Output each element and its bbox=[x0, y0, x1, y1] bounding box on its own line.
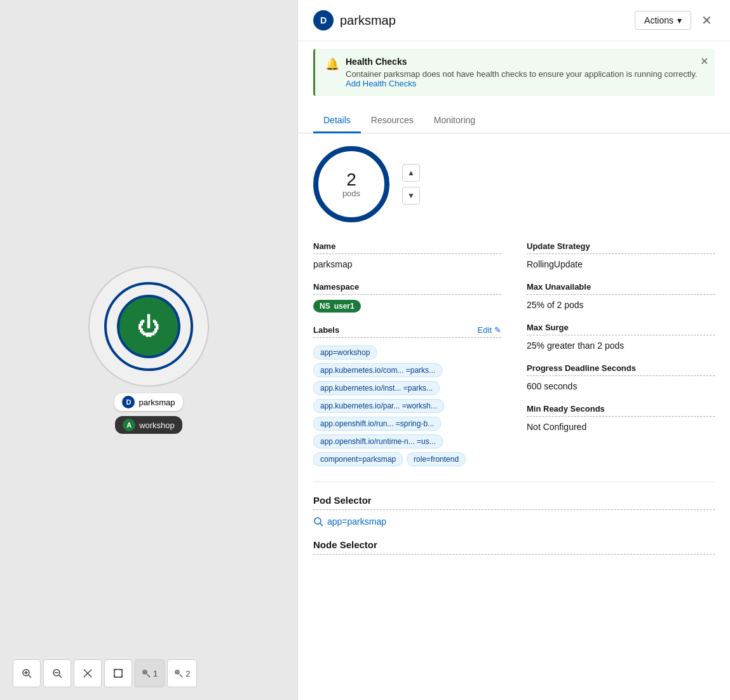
content-area: 2 pods ▲ ▼ Name parksmap Namespace bbox=[298, 133, 730, 700]
svg-point-16 bbox=[314, 518, 321, 524]
progress-deadline-value: 600 seconds bbox=[527, 381, 715, 391]
update-strategy-value: RollingUpdate bbox=[527, 259, 715, 269]
node-outer-ring: ⏻ bbox=[104, 282, 193, 371]
deployment-icon: D bbox=[313, 10, 334, 30]
edit-icon: ✎ bbox=[494, 325, 501, 335]
svg-line-11 bbox=[147, 675, 151, 678]
name-section: Name parksmap bbox=[313, 241, 501, 269]
update-strategy-label: Update Strategy bbox=[527, 241, 715, 254]
labels-section: Labels Edit ✎ app=workshop app.kubernete… bbox=[313, 325, 501, 466]
workshop-label-text: workshop bbox=[139, 421, 175, 430]
filter1-button[interactable]: 1 bbox=[135, 659, 165, 687]
pods-controls: ▲ ▼ bbox=[402, 164, 420, 205]
labels-list: app=workshop app.kubernetes.io/com... =p… bbox=[313, 346, 501, 466]
label-tag: app.openshift.io/runtime-n... =us... bbox=[313, 434, 443, 448]
zoom-out-button[interactable] bbox=[43, 659, 71, 687]
svg-line-14 bbox=[180, 675, 183, 678]
pods-count: 2 bbox=[346, 171, 356, 189]
tabs: Details Resources Monitoring bbox=[298, 109, 730, 133]
pods-circle: 2 pods bbox=[313, 146, 389, 222]
pod-selector-section: Pod Selector app=parksmap bbox=[313, 481, 715, 527]
name-value: parksmap bbox=[313, 259, 501, 269]
panel-title-area: D parksmap bbox=[313, 10, 396, 30]
min-ready-value: Not Configured bbox=[527, 422, 715, 432]
pod-selector-link[interactable]: app=parksmap bbox=[313, 516, 715, 527]
pods-decrement-button[interactable]: ▼ bbox=[402, 187, 420, 205]
left-panel: ⏻ D parksmap A workshop bbox=[0, 0, 297, 700]
ns-value: user1 bbox=[334, 302, 355, 311]
label-tag: app.openshift.io/run... =spring-b... bbox=[313, 417, 441, 431]
label-tag: app.kubernetes.io/com... =parks... bbox=[313, 363, 442, 377]
name-label: Name bbox=[313, 241, 501, 254]
close-button[interactable]: ✕ bbox=[699, 10, 715, 30]
max-surge-value: 25% greater than 2 pods bbox=[527, 340, 715, 351]
tab-details[interactable]: Details bbox=[313, 109, 361, 133]
fit-button[interactable] bbox=[104, 659, 132, 687]
pods-label: pods bbox=[342, 189, 360, 198]
add-health-checks-link[interactable]: Add Health Checks bbox=[346, 79, 416, 88]
main-details: Name parksmap Namespace NS user1 bbox=[313, 241, 715, 466]
panel-title: parksmap bbox=[340, 13, 396, 28]
node-label-text: parksmap bbox=[139, 398, 175, 407]
namespace-label: Namespace bbox=[313, 282, 501, 295]
max-unavailable-label: Max Unavailable bbox=[527, 282, 715, 295]
bottom-toolbar: 1 2 bbox=[13, 659, 197, 687]
reset-button[interactable] bbox=[74, 659, 102, 687]
svg-point-12 bbox=[144, 671, 146, 673]
labels-header: Labels Edit ✎ bbox=[313, 325, 501, 338]
edit-text: Edit bbox=[478, 325, 492, 335]
max-unavailable-section: Max Unavailable 25% of 2 pods bbox=[527, 282, 715, 310]
actions-button[interactable]: Actions ▾ bbox=[635, 11, 691, 30]
bell-icon: 🔔 bbox=[325, 57, 339, 71]
filter2-label: 2 bbox=[186, 669, 190, 678]
max-surge-label: Max Surge bbox=[527, 323, 715, 335]
workshop-a-badge: A bbox=[123, 419, 135, 431]
node-circle: ⏻ bbox=[88, 266, 209, 387]
edit-labels-link[interactable]: Edit ✎ bbox=[478, 325, 501, 335]
progress-deadline-section: Progress Deadline Seconds 600 seconds bbox=[527, 363, 715, 391]
progress-deadline-label: Progress Deadline Seconds bbox=[527, 363, 715, 376]
zoom-in-button[interactable] bbox=[13, 659, 41, 687]
alert-close-button[interactable]: ✕ bbox=[700, 55, 708, 67]
label-tag: role=frontend bbox=[407, 452, 466, 466]
node-d-badge: D bbox=[122, 396, 135, 408]
max-unavailable-value: 25% of 2 pods bbox=[527, 300, 715, 310]
node-selector-section: Node Selector bbox=[313, 539, 715, 555]
pods-section: 2 pods ▲ ▼ bbox=[313, 146, 715, 222]
ns-badge[interactable]: NS user1 bbox=[313, 300, 361, 313]
right-column: Update Strategy RollingUpdate Max Unavai… bbox=[527, 241, 715, 466]
pods-increment-button[interactable]: ▲ bbox=[402, 164, 420, 182]
alert-content: Health Checks Container parksmap does no… bbox=[346, 57, 705, 88]
right-panel: D parksmap Actions ▾ ✕ 🔔 Health Checks C… bbox=[297, 0, 730, 700]
svg-line-1 bbox=[29, 675, 31, 678]
search-icon bbox=[313, 516, 323, 527]
workshop-label[interactable]: A workshop bbox=[115, 416, 182, 434]
update-strategy-section: Update Strategy RollingUpdate bbox=[527, 241, 715, 269]
actions-chevron: ▾ bbox=[677, 15, 682, 25]
namespace-value: NS user1 bbox=[313, 300, 501, 313]
tab-resources[interactable]: Resources bbox=[361, 109, 424, 133]
header-actions: Actions ▾ ✕ bbox=[635, 10, 715, 30]
svg-point-15 bbox=[177, 671, 179, 673]
tab-monitoring[interactable]: Monitoring bbox=[424, 109, 485, 133]
svg-rect-9 bbox=[114, 670, 122, 677]
node-label[interactable]: D parksmap bbox=[114, 393, 182, 411]
label-tag: app.kubernetes.io/par... =worksh... bbox=[313, 399, 444, 413]
labels-title: Labels bbox=[313, 325, 339, 335]
node-selector-title: Node Selector bbox=[313, 539, 715, 555]
svg-line-17 bbox=[320, 523, 323, 526]
namespace-section: Namespace NS user1 bbox=[313, 282, 501, 313]
min-ready-label: Min Ready Seconds bbox=[527, 404, 715, 417]
alert-title: Health Checks bbox=[346, 57, 705, 67]
panel-header: D parksmap Actions ▾ ✕ bbox=[298, 0, 730, 41]
health-alert: 🔔 Health Checks Container parksmap does … bbox=[313, 49, 715, 96]
ns-badge-text: NS bbox=[320, 302, 330, 311]
min-ready-section: Min Ready Seconds Not Configured bbox=[527, 404, 715, 432]
label-tag: app=workshop bbox=[313, 346, 377, 360]
power-icon: ⏻ bbox=[137, 315, 160, 338]
max-surge-section: Max Surge 25% greater than 2 pods bbox=[527, 323, 715, 351]
node-inner-ring: ⏻ bbox=[117, 295, 180, 358]
label-tag: app.kubernetes.io/inst... =parks... bbox=[313, 381, 440, 395]
alert-text: Container parksmap does not have health … bbox=[346, 69, 705, 88]
filter2-button[interactable]: 2 bbox=[167, 659, 197, 687]
